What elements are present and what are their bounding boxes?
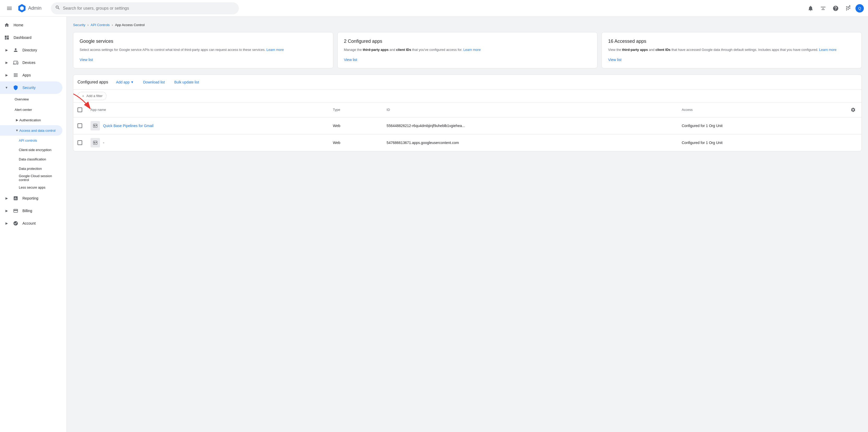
sidebar-item-overview-label: Overview — [14, 97, 29, 101]
devices-expand-icon: ▶ — [4, 60, 9, 65]
sidebar-item-authentication[interactable]: ▶ Authentication — [0, 115, 62, 125]
account-expand-icon: ▶ — [4, 221, 9, 226]
download-list-button[interactable]: Download list — [140, 78, 168, 86]
google-services-card-desc: Select access settings for Google servic… — [80, 47, 327, 53]
sidebar-item-client-side-encryption[interactable]: Client-side encryption — [0, 145, 62, 155]
header-app-name: App name — [86, 102, 329, 118]
sidebar-item-less-secure-apps[interactable]: Less secure apps — [0, 182, 62, 192]
bulk-update-button[interactable]: Bulk update list — [171, 78, 203, 86]
add-filter-label: Add a filter — [86, 94, 102, 98]
header-type: Type — [329, 102, 382, 118]
sidebar-item-account-label: Account — [23, 221, 36, 225]
sidebar-item-home-label: Home — [13, 23, 23, 27]
table-header-row: App name Type ID Access — [73, 102, 862, 118]
cards-row: Google services Select access settings f… — [73, 32, 862, 68]
topbar: Admin — [0, 0, 868, 17]
breadcrumb-api-controls[interactable]: API Controls — [91, 23, 110, 27]
row-checkbox-1[interactable] — [78, 140, 82, 145]
header-settings-cell — [845, 102, 862, 118]
breadcrumb-sep-2: › — [112, 23, 113, 27]
row-app-name-cell-1: - — [86, 134, 329, 151]
table-toolbar: Configured apps Add app ▼ Download list … — [73, 75, 862, 90]
sidebar-item-access-data-control[interactable]: ▼ Access and data control — [0, 125, 62, 136]
sidebar-item-data-protection-label: Data protection — [19, 167, 42, 171]
breadcrumb-current: App Access Control — [115, 23, 145, 27]
app-icon-0 — [91, 121, 100, 130]
reporting-expand-icon: ▶ — [4, 196, 9, 201]
apps-button[interactable] — [843, 3, 854, 13]
add-filter-plus-icon: ＋ — [82, 94, 85, 98]
accessed-apps-card: 16 Accessed apps View the third-party ap… — [601, 32, 862, 68]
main-layout: Home Dashboard ▶ Directory ▶ Devices ▶ — [0, 17, 868, 432]
sidebar-item-billing[interactable]: ▶ Billing — [0, 204, 62, 217]
table-section: Configured apps Add app ▼ Download list … — [73, 75, 862, 151]
accessed-apps-learn-more-link-2[interactable]: Learn more — [819, 48, 836, 52]
sidebar-item-overview[interactable]: Overview — [0, 94, 62, 104]
security-icon — [13, 85, 18, 90]
topbar-title: Admin — [28, 5, 41, 11]
configured-apps-learn-more-link-2[interactable]: Learn more — [463, 48, 480, 52]
row-access-1: Configured for 1 Org Unit — [678, 134, 845, 151]
dashboard-icon — [4, 35, 9, 40]
row-checkbox-0[interactable] — [78, 123, 82, 128]
devices-icon — [13, 60, 18, 65]
sidebar-item-security[interactable]: ▼ Security — [0, 81, 62, 94]
sidebar-item-devices[interactable]: ▶ Devices — [0, 56, 62, 69]
help-button[interactable] — [830, 3, 841, 13]
header-access: Access — [678, 102, 845, 118]
row-type-0: Web — [329, 117, 382, 134]
configured-apps-card-desc: Manage the third-party apps and client I… — [344, 47, 591, 53]
search-input[interactable] — [63, 6, 235, 11]
filter-bar: ＋ Add a filter — [73, 90, 862, 102]
sidebar-item-data-protection[interactable]: Data protection — [0, 164, 62, 173]
sidebar-item-home[interactable]: Home — [0, 19, 62, 31]
app-name-link-0[interactable]: Quick Base Pipelines for Gmail — [103, 124, 153, 128]
breadcrumb-security[interactable]: Security — [73, 23, 85, 27]
filter-icon-btn[interactable] — [818, 3, 828, 13]
sidebar-item-directory-label: Directory — [23, 48, 37, 52]
user-avatar[interactable]: Q — [856, 4, 864, 12]
sidebar-item-reporting[interactable]: ▶ Reporting — [0, 192, 62, 204]
sidebar-item-devices-label: Devices — [23, 61, 35, 65]
sidebar-item-billing-label: Billing — [23, 209, 32, 213]
sidebar-item-apps[interactable]: ▶ Apps — [0, 69, 62, 81]
sidebar-item-google-cloud-session[interactable]: Google Cloud session control — [0, 173, 62, 182]
breadcrumb-sep-1: › — [87, 23, 89, 27]
table-row: Quick Base Pipelines for Gmail Web 55644… — [73, 117, 862, 134]
add-app-label: Add app — [116, 80, 129, 84]
table-settings-button[interactable] — [849, 106, 857, 114]
sidebar-item-data-classification[interactable]: Data classification — [0, 155, 62, 164]
google-services-learn-more-link[interactable]: Learn more — [267, 48, 284, 52]
directory-icon — [13, 47, 18, 53]
google-services-view-list-link[interactable]: View list — [80, 58, 327, 62]
google-services-card-title: Google services — [80, 39, 327, 44]
header-checkbox-cell — [73, 102, 86, 118]
add-filter-button[interactable]: ＋ Add a filter — [78, 92, 106, 100]
sidebar-item-data-classification-label: Data classification — [19, 157, 46, 161]
header-checkbox[interactable] — [78, 107, 82, 112]
notifications-button[interactable] — [805, 3, 816, 13]
sidebar-item-alert-center[interactable]: Alert center — [0, 104, 62, 115]
sidebar-item-directory[interactable]: ▶ Directory — [0, 44, 62, 56]
configured-apps-card: 2 Configured apps Manage the third-party… — [337, 32, 598, 68]
header-id: ID — [382, 102, 678, 118]
sidebar-item-dashboard-label: Dashboard — [13, 35, 32, 40]
add-app-button[interactable]: Add app ▼ — [112, 78, 137, 86]
configured-apps-view-list-link[interactable]: View list — [344, 58, 591, 62]
sidebar-item-api-controls[interactable]: API controls — [0, 136, 62, 145]
sidebar-item-account[interactable]: ▶ Account — [0, 217, 62, 230]
download-list-label: Download list — [143, 80, 165, 84]
sidebar-item-dashboard[interactable]: Dashboard — [0, 31, 62, 44]
sidebar-item-apps-label: Apps — [23, 73, 31, 77]
accessed-apps-view-list-link[interactable]: View list — [608, 58, 855, 62]
search-icon — [55, 5, 60, 11]
sidebar: Home Dashboard ▶ Directory ▶ Devices ▶ — [0, 17, 67, 432]
app-icon-1 — [91, 138, 100, 147]
google-services-card: Google services Select access settings f… — [73, 32, 333, 68]
home-icon — [4, 23, 9, 28]
bulk-update-label: Bulk update list — [174, 80, 199, 84]
reporting-icon — [13, 196, 18, 201]
row-checkbox-cell — [73, 117, 86, 134]
sidebar-item-api-controls-label: API controls — [19, 138, 37, 142]
menu-icon[interactable] — [4, 3, 14, 13]
